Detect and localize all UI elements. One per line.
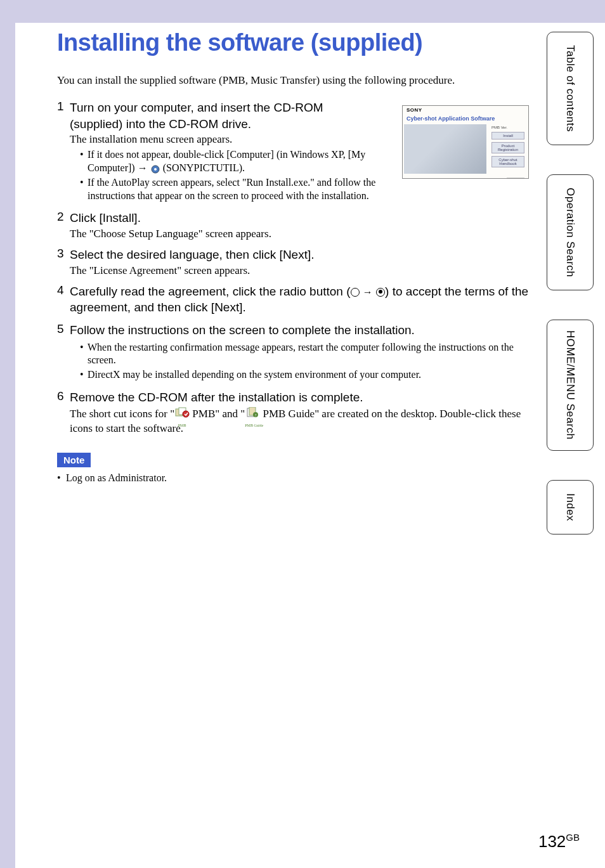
- step-subtext: The "Choose Setup Language" screen appea…: [70, 228, 535, 240]
- top-decorative-band: [0, 0, 605, 23]
- pmb-guide-icon-label: PMB Guide: [245, 424, 260, 427]
- step-5: 5 Follow the instructions on the screen …: [57, 322, 535, 383]
- thumb-handbook-button: Cyber-shot Handbook: [491, 156, 524, 167]
- step-4: 4 Carefully read the agreement, click th…: [57, 283, 535, 316]
- step-title: Select the desired language, then click …: [70, 247, 535, 263]
- radio-unselected-icon: [351, 288, 360, 297]
- radio-selected-icon: [376, 288, 385, 297]
- tab-index[interactable]: Index: [547, 480, 594, 534]
- thumb-preview-image: [404, 124, 486, 174]
- step-title-pre: Carefully read the agreement, click the …: [70, 285, 351, 298]
- step-subtext: The short cut icons for " PMB PMB" and "…: [70, 407, 535, 435]
- thumb-exit-button: Exit: [507, 178, 524, 179]
- thumb-right-panel: PMB Ver. Install Product Registration Cy…: [488, 123, 528, 175]
- step-title: Turn on your computer, and insert the CD…: [70, 100, 342, 132]
- disc-icon: [150, 164, 160, 173]
- arrow-icon: →: [363, 287, 373, 297]
- step-title: Remove the CD-ROM after the installation…: [70, 389, 535, 406]
- note-list: Log on as Administrator.: [57, 472, 535, 484]
- step-number: 3: [57, 247, 70, 261]
- svg-point-1: [154, 168, 157, 171]
- note-item: Log on as Administrator.: [57, 472, 535, 484]
- step-number: 5: [57, 322, 70, 336]
- bullet-text-post: (SONYPICTUTIL).: [160, 162, 245, 173]
- step-6: 6 Remove the CD-ROM after the installati…: [57, 389, 535, 435]
- tab-table-of-contents[interactable]: Table of contents: [547, 32, 594, 145]
- page-number: 132GB: [538, 832, 580, 852]
- tab-operation-search[interactable]: Operation Search: [547, 174, 594, 290]
- thumb-brand: SONY: [403, 106, 528, 113]
- pmb-icon-label: PMB: [174, 424, 190, 427]
- tab-label: Index: [564, 493, 576, 521]
- step-3: 3 Select the desired language, then clic…: [57, 247, 535, 277]
- step-subtext: The "License Agreement" screen appears.: [70, 264, 535, 277]
- thumb-body: PMB Ver. Install Product Registration Cy…: [403, 123, 528, 175]
- step-2: 2 Click [Install]. The "Choose Setup Lan…: [57, 210, 535, 240]
- step-bullets: When the restarting confirmation message…: [80, 341, 535, 382]
- thumb-title: Cyber-shot Application Software: [403, 113, 528, 123]
- tab-label: Table of contents: [564, 45, 576, 132]
- svg-point-4: [183, 411, 189, 417]
- sub-part-2: PMB" and ": [190, 408, 245, 420]
- sub-part-1: The short cut icons for ": [70, 408, 174, 420]
- page-title: Installing the software (supplied): [57, 29, 535, 56]
- pmb-icon: PMB: [174, 407, 190, 422]
- tab-label: HOME/MENU Search: [564, 330, 576, 439]
- arrow-icon: →: [138, 162, 148, 173]
- step-title: Click [Install].: [70, 210, 535, 226]
- step-number: 6: [57, 389, 70, 403]
- pmb-guide-icon: ? PMB Guide: [245, 407, 260, 422]
- thumb-subtitle: PMB Ver.: [491, 126, 524, 129]
- page-num-value: 132: [538, 832, 566, 851]
- note-badge: Note: [57, 453, 91, 467]
- step-title: Follow the instructions on the screen to…: [70, 322, 535, 339]
- svg-text:?: ?: [255, 413, 257, 417]
- step-title: Carefully read the agreement, click the …: [70, 283, 535, 316]
- page-num-suffix: GB: [566, 832, 580, 843]
- thumb-register-button: Product Registration: [491, 142, 524, 153]
- side-nav-tabs: Table of contents Operation Search HOME/…: [547, 32, 594, 564]
- step-number: 2: [57, 210, 70, 224]
- page-content: Installing the software (supplied) You c…: [0, 23, 605, 496]
- intro-text: You can install the supplied software (P…: [57, 74, 535, 87]
- bullet-item: If the AutoPlay screen appears, select "…: [80, 176, 397, 203]
- bullet-item: If it does not appear, double-click [Com…: [80, 148, 384, 175]
- tab-label: Operation Search: [564, 188, 576, 277]
- tab-home-menu-search[interactable]: HOME/MENU Search: [547, 320, 594, 450]
- installer-screenshot: SONY Cyber-shot Application Software PMB…: [402, 105, 529, 179]
- step-number: 1: [57, 100, 70, 113]
- step-number: 4: [57, 283, 70, 297]
- bullet-item: DirectX may be installed depending on th…: [80, 368, 535, 382]
- bullet-item: When the restarting confirmation message…: [80, 341, 535, 368]
- thumb-install-button: Install: [491, 132, 524, 139]
